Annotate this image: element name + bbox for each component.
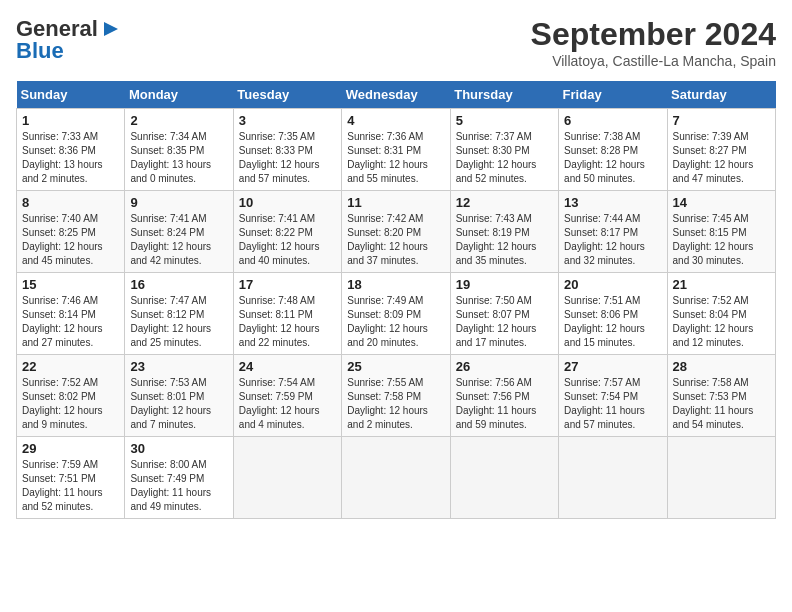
day-details: Sunrise: 7:36 AM Sunset: 8:31 PM Dayligh… — [347, 130, 444, 186]
table-row: 23 Sunrise: 7:53 AM Sunset: 8:01 PM Dayl… — [125, 355, 233, 437]
day-number: 6 — [564, 113, 661, 128]
table-row: 8 Sunrise: 7:40 AM Sunset: 8:25 PM Dayli… — [17, 191, 125, 273]
table-row: 2 Sunrise: 7:34 AM Sunset: 8:35 PM Dayli… — [125, 109, 233, 191]
col-saturday: Saturday — [667, 81, 775, 109]
day-number: 26 — [456, 359, 553, 374]
col-sunday: Sunday — [17, 81, 125, 109]
day-number: 5 — [456, 113, 553, 128]
day-number: 25 — [347, 359, 444, 374]
page-title: September 2024 — [531, 16, 776, 53]
table-row: 18 Sunrise: 7:49 AM Sunset: 8:09 PM Dayl… — [342, 273, 450, 355]
day-details: Sunrise: 7:40 AM Sunset: 8:25 PM Dayligh… — [22, 212, 119, 268]
day-details: Sunrise: 7:55 AM Sunset: 7:58 PM Dayligh… — [347, 376, 444, 432]
table-row: 28 Sunrise: 7:58 AM Sunset: 7:53 PM Dayl… — [667, 355, 775, 437]
day-details: Sunrise: 7:58 AM Sunset: 7:53 PM Dayligh… — [673, 376, 770, 432]
table-row: 26 Sunrise: 7:56 AM Sunset: 7:56 PM Dayl… — [450, 355, 558, 437]
logo-arrow-icon — [100, 18, 122, 40]
day-number: 28 — [673, 359, 770, 374]
page-subtitle: Villatoya, Castille-La Mancha, Spain — [531, 53, 776, 69]
table-row: 14 Sunrise: 7:45 AM Sunset: 8:15 PM Dayl… — [667, 191, 775, 273]
day-number: 4 — [347, 113, 444, 128]
svg-marker-0 — [104, 22, 118, 36]
header: General Blue September 2024 Villatoya, C… — [16, 16, 776, 69]
day-number: 18 — [347, 277, 444, 292]
day-details: Sunrise: 7:49 AM Sunset: 8:09 PM Dayligh… — [347, 294, 444, 350]
day-number: 9 — [130, 195, 227, 210]
day-details: Sunrise: 7:33 AM Sunset: 8:36 PM Dayligh… — [22, 130, 119, 186]
day-details: Sunrise: 7:50 AM Sunset: 8:07 PM Dayligh… — [456, 294, 553, 350]
day-details: Sunrise: 7:56 AM Sunset: 7:56 PM Dayligh… — [456, 376, 553, 432]
calendar-table: Sunday Monday Tuesday Wednesday Thursday… — [16, 81, 776, 519]
col-wednesday: Wednesday — [342, 81, 450, 109]
day-number: 2 — [130, 113, 227, 128]
table-row: 1 Sunrise: 7:33 AM Sunset: 8:36 PM Dayli… — [17, 109, 125, 191]
day-number: 1 — [22, 113, 119, 128]
table-row: 9 Sunrise: 7:41 AM Sunset: 8:24 PM Dayli… — [125, 191, 233, 273]
calendar-week-row: 8 Sunrise: 7:40 AM Sunset: 8:25 PM Dayli… — [17, 191, 776, 273]
day-number: 13 — [564, 195, 661, 210]
day-details: Sunrise: 7:44 AM Sunset: 8:17 PM Dayligh… — [564, 212, 661, 268]
day-details: Sunrise: 7:45 AM Sunset: 8:15 PM Dayligh… — [673, 212, 770, 268]
day-number: 30 — [130, 441, 227, 456]
day-number: 14 — [673, 195, 770, 210]
day-details: Sunrise: 7:57 AM Sunset: 7:54 PM Dayligh… — [564, 376, 661, 432]
table-row: 7 Sunrise: 7:39 AM Sunset: 8:27 PM Dayli… — [667, 109, 775, 191]
table-row: 29 Sunrise: 7:59 AM Sunset: 7:51 PM Dayl… — [17, 437, 125, 519]
table-row: 4 Sunrise: 7:36 AM Sunset: 8:31 PM Dayli… — [342, 109, 450, 191]
day-details: Sunrise: 7:51 AM Sunset: 8:06 PM Dayligh… — [564, 294, 661, 350]
day-number: 16 — [130, 277, 227, 292]
calendar-week-row: 29 Sunrise: 7:59 AM Sunset: 7:51 PM Dayl… — [17, 437, 776, 519]
day-details: Sunrise: 7:35 AM Sunset: 8:33 PM Dayligh… — [239, 130, 336, 186]
day-number: 27 — [564, 359, 661, 374]
day-number: 24 — [239, 359, 336, 374]
table-row — [450, 437, 558, 519]
day-details: Sunrise: 7:41 AM Sunset: 8:24 PM Dayligh… — [130, 212, 227, 268]
table-row: 21 Sunrise: 7:52 AM Sunset: 8:04 PM Dayl… — [667, 273, 775, 355]
title-block: September 2024 Villatoya, Castille-La Ma… — [531, 16, 776, 69]
calendar-week-row: 1 Sunrise: 7:33 AM Sunset: 8:36 PM Dayli… — [17, 109, 776, 191]
table-row: 24 Sunrise: 7:54 AM Sunset: 7:59 PM Dayl… — [233, 355, 341, 437]
day-number: 7 — [673, 113, 770, 128]
table-row: 15 Sunrise: 7:46 AM Sunset: 8:14 PM Dayl… — [17, 273, 125, 355]
table-row — [342, 437, 450, 519]
day-number: 21 — [673, 277, 770, 292]
day-details: Sunrise: 7:37 AM Sunset: 8:30 PM Dayligh… — [456, 130, 553, 186]
table-row: 3 Sunrise: 7:35 AM Sunset: 8:33 PM Dayli… — [233, 109, 341, 191]
day-number: 23 — [130, 359, 227, 374]
table-row: 13 Sunrise: 7:44 AM Sunset: 8:17 PM Dayl… — [559, 191, 667, 273]
table-row — [667, 437, 775, 519]
table-row: 16 Sunrise: 7:47 AM Sunset: 8:12 PM Dayl… — [125, 273, 233, 355]
day-details: Sunrise: 7:34 AM Sunset: 8:35 PM Dayligh… — [130, 130, 227, 186]
day-number: 11 — [347, 195, 444, 210]
col-thursday: Thursday — [450, 81, 558, 109]
day-details: Sunrise: 8:00 AM Sunset: 7:49 PM Dayligh… — [130, 458, 227, 514]
col-monday: Monday — [125, 81, 233, 109]
day-details: Sunrise: 7:43 AM Sunset: 8:19 PM Dayligh… — [456, 212, 553, 268]
table-row — [233, 437, 341, 519]
calendar-week-row: 15 Sunrise: 7:46 AM Sunset: 8:14 PM Dayl… — [17, 273, 776, 355]
day-details: Sunrise: 7:42 AM Sunset: 8:20 PM Dayligh… — [347, 212, 444, 268]
logo: General Blue — [16, 16, 122, 64]
table-row: 12 Sunrise: 7:43 AM Sunset: 8:19 PM Dayl… — [450, 191, 558, 273]
day-number: 8 — [22, 195, 119, 210]
day-number: 3 — [239, 113, 336, 128]
table-row: 5 Sunrise: 7:37 AM Sunset: 8:30 PM Dayli… — [450, 109, 558, 191]
day-number: 19 — [456, 277, 553, 292]
day-details: Sunrise: 7:53 AM Sunset: 8:01 PM Dayligh… — [130, 376, 227, 432]
table-row — [559, 437, 667, 519]
table-row: 20 Sunrise: 7:51 AM Sunset: 8:06 PM Dayl… — [559, 273, 667, 355]
day-details: Sunrise: 7:39 AM Sunset: 8:27 PM Dayligh… — [673, 130, 770, 186]
col-tuesday: Tuesday — [233, 81, 341, 109]
day-number: 20 — [564, 277, 661, 292]
day-details: Sunrise: 7:52 AM Sunset: 8:02 PM Dayligh… — [22, 376, 119, 432]
day-number: 12 — [456, 195, 553, 210]
table-row: 19 Sunrise: 7:50 AM Sunset: 8:07 PM Dayl… — [450, 273, 558, 355]
day-details: Sunrise: 7:52 AM Sunset: 8:04 PM Dayligh… — [673, 294, 770, 350]
calendar-header-row: Sunday Monday Tuesday Wednesday Thursday… — [17, 81, 776, 109]
col-friday: Friday — [559, 81, 667, 109]
calendar-week-row: 22 Sunrise: 7:52 AM Sunset: 8:02 PM Dayl… — [17, 355, 776, 437]
day-details: Sunrise: 7:54 AM Sunset: 7:59 PM Dayligh… — [239, 376, 336, 432]
table-row: 6 Sunrise: 7:38 AM Sunset: 8:28 PM Dayli… — [559, 109, 667, 191]
table-row: 17 Sunrise: 7:48 AM Sunset: 8:11 PM Dayl… — [233, 273, 341, 355]
table-row: 10 Sunrise: 7:41 AM Sunset: 8:22 PM Dayl… — [233, 191, 341, 273]
